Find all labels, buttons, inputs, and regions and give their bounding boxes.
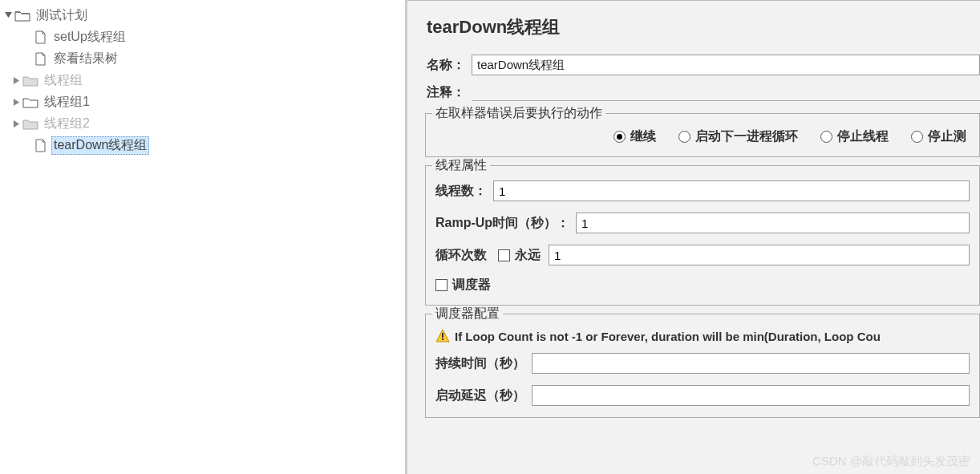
tree-item[interactable]: 线程组 [3, 70, 405, 91]
name-label: 名称： [427, 57, 465, 74]
radio-icon [614, 131, 626, 143]
comment-input[interactable] [472, 83, 980, 101]
file-icon [32, 31, 48, 44]
loop-label: 循环次数 [435, 247, 487, 264]
expander-closed-icon[interactable] [11, 98, 21, 107]
duration-label: 持续时间（秒） [435, 355, 525, 372]
folder-open-icon [14, 10, 30, 22]
expander-closed-icon[interactable] [11, 76, 21, 86]
tree-item-selected[interactable]: tearDown线程组 [3, 135, 405, 156]
folder-icon [22, 96, 38, 109]
folder-icon [22, 118, 38, 131]
folder-icon [22, 75, 38, 87]
tree-item-label: 线程组 [42, 72, 85, 89]
svg-rect-5 [442, 333, 443, 338]
warning-text: If Loop Count is not -1 or Forever, dura… [455, 330, 881, 343]
threads-label: 线程数： [435, 183, 487, 200]
scheduler-legend: 调度器配置 [432, 306, 503, 322]
thread-props-fieldset: 线程属性 线程数： Ramp-Up时间（秒）： 循环次数 永远 调度器 [425, 165, 980, 306]
radio-icon [820, 131, 832, 143]
radio-stop-test[interactable]: 停止测 [911, 128, 966, 145]
duration-input[interactable] [532, 353, 970, 374]
radio-next-loop[interactable]: 启动下一进程循环 [678, 128, 798, 145]
tree-item[interactable]: setUp线程组 [3, 26, 405, 48]
file-icon [32, 53, 48, 66]
svg-rect-6 [442, 338, 443, 340]
radio-continue[interactable]: 继续 [614, 128, 656, 145]
svg-marker-3 [13, 120, 18, 128]
forever-checkbox[interactable] [498, 249, 510, 261]
loop-input[interactable] [549, 245, 970, 265]
tree-item-label: 线程组1 [42, 94, 92, 111]
scheduler-fieldset: 调度器配置 If Loop Count is not -1 or Forever… [425, 314, 980, 418]
svg-marker-2 [13, 99, 18, 106]
name-input[interactable] [472, 55, 980, 75]
radio-stop-thread[interactable]: 停止线程 [820, 128, 889, 145]
tree-item-label: 线程组2 [42, 115, 92, 132]
expander-closed-icon[interactable] [11, 120, 21, 129]
file-icon [32, 140, 48, 152]
radio-icon [911, 131, 923, 143]
expander-open-icon[interactable] [3, 11, 13, 21]
ramp-input[interactable] [576, 213, 970, 233]
tree-item-label: 察看结果树 [51, 51, 120, 67]
tree-root[interactable]: 测试计划 [3, 5, 405, 26]
tree-item[interactable]: 线程组1 [3, 91, 405, 113]
svg-marker-1 [13, 77, 18, 84]
warning-icon [435, 329, 450, 343]
forever-label: 永远 [515, 247, 541, 264]
ramp-label: Ramp-Up时间（秒）： [435, 215, 569, 232]
radio-icon [678, 131, 690, 143]
tree-panel: 测试计划 setUp线程组 察看结果树 线程组 [0, 0, 407, 474]
thread-props-legend: 线程属性 [432, 157, 490, 174]
comment-label: 注释： [427, 84, 465, 101]
scheduler-checkbox[interactable] [435, 279, 447, 291]
delay-input[interactable] [532, 385, 970, 406]
content-panel: tearDown线程组 名称： 注释： 在取样器错误后要执行的动作 继续 启动下… [407, 0, 980, 474]
svg-marker-0 [5, 12, 12, 18]
page-title: tearDown线程组 [407, 1, 980, 51]
tree-item-label: setUp线程组 [51, 29, 128, 46]
scheduler-label: 调度器 [452, 277, 491, 294]
tree-item-label: tearDown线程组 [51, 136, 149, 155]
error-action-legend: 在取样器错误后要执行的动作 [432, 105, 605, 122]
tree-item[interactable]: 察看结果树 [3, 48, 405, 70]
delay-label: 启动延迟（秒） [435, 387, 525, 404]
error-action-fieldset: 在取样器错误后要执行的动作 继续 启动下一进程循环 停止线程 停止测 [425, 113, 980, 157]
tree-item[interactable]: 线程组2 [3, 113, 405, 135]
tree-root-label: 测试计划 [34, 7, 90, 24]
threads-input[interactable] [493, 180, 970, 201]
